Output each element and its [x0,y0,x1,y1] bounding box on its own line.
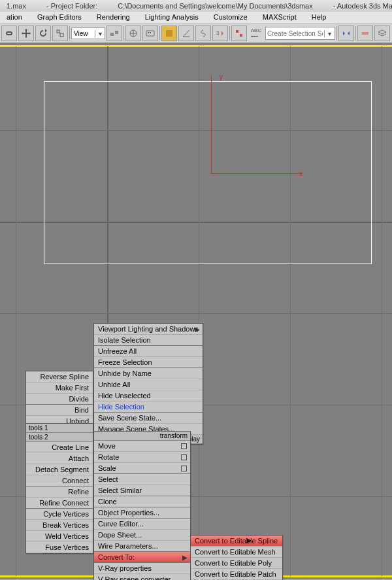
quad-top-right: Viewport Lighting and Shadows▶ Isolate S… [93,323,203,445]
quad-item-vray-properties[interactable]: V-Ray properties [94,563,190,574]
svg-rect-10 [236,30,238,33]
project-label: - Project Folder: [46,2,97,10]
submenu-item-editable-spline[interactable]: Convert to Editable Spline [191,536,282,547]
toolbar-separator [159,26,160,41]
select-manipulate-icon[interactable] [125,26,141,41]
quad-item-rotate[interactable]: Rotate [94,452,190,463]
reference-coord-dropdown[interactable]: View▾ [71,27,105,39]
quad-item-clone[interactable]: Clone [94,496,190,507]
svg-rect-6 [148,32,149,33]
submenu-item-editable-poly[interactable]: Convert to Editable Poly [191,558,282,569]
quad-item-select-similar[interactable]: Select Similar [94,485,190,496]
layer-icon[interactable] [374,26,390,41]
quad-item-detach-segment[interactable]: Detach Segment [26,464,93,475]
quad-item-isolate[interactable]: Isolate Selection [94,335,203,346]
menu-help[interactable]: Help [305,12,333,22]
toolbar-separator [123,26,124,41]
svg-rect-8 [166,30,172,37]
quad-item-attach[interactable]: Attach [26,453,93,464]
align-icon[interactable] [357,26,373,41]
quad-item-hide-selection[interactable]: Hide Selection [94,401,203,413]
svg-rect-0 [57,30,59,33]
quad-item-viewport-lighting[interactable]: Viewport Lighting and Shadows▶ [94,324,203,335]
angle-snap-icon[interactable] [178,26,194,41]
spinner-snap-icon[interactable]: 3 [212,26,228,41]
quad-bottom-right: transform Move Rotate Scale Select Selec… [93,431,191,580]
quad-item-unhide-by-name[interactable]: Unhide by Name [94,368,203,379]
selected-rectangle[interactable] [44,81,372,264]
axis-y-label: y [220,73,223,80]
quad-title-transform: transform [94,432,190,441]
toolbar-separator [336,26,337,41]
pivot-icon[interactable] [106,26,122,41]
percent-snap-icon[interactable] [195,26,211,41]
submenu-item-editable-mesh[interactable]: Convert to Editable Mesh [191,547,282,558]
quad-item-fuse-vertices[interactable]: Fuse Vertices [26,542,93,553]
quad-item-vray-scene-converter[interactable]: V-Ray scene converter [94,574,190,580]
quad-item-connect[interactable]: Connect [26,475,93,486]
quad-item-break-vertices[interactable]: Break Vertices [26,520,93,531]
scale-icon[interactable] [52,26,68,41]
quad-item-select[interactable]: Select [94,474,190,485]
quad-item-move[interactable]: Move [94,441,190,452]
menu-customize[interactable]: Customize [207,12,254,22]
link-icon[interactable] [1,26,17,41]
selection-set-dropdown[interactable]: ▾ [265,27,335,40]
title-bar: 1.max - Project Folder: C:\Documents and… [0,0,392,12]
quad-item-create-line[interactable]: Create Line [26,442,93,453]
quad-item-wire-parameters[interactable]: Wire Parameters... [94,541,190,552]
viewport-border-top [0,45,392,47]
quad-item-unfreeze-all[interactable]: Unfreeze All [94,346,203,357]
svg-rect-12 [362,32,368,35]
menu-bar: ation Graph Editors Rendering Lighting A… [0,12,392,24]
quad-item-weld-vertices[interactable]: Weld Vertices [26,531,93,542]
quad-item-scale[interactable]: Scale [94,463,190,474]
rotate-icon[interactable] [35,26,51,41]
menu-rendering[interactable]: Rendering [90,12,137,22]
quad-item-hide-unselected[interactable]: Hide Unselected [94,390,203,401]
menu-ation[interactable]: ation [0,12,29,22]
quad-item-dope-sheet[interactable]: Dope Sheet... [94,530,190,541]
quad-item-divide[interactable]: Divide [26,394,93,405]
svg-rect-3 [115,31,118,34]
svg-text:3: 3 [216,30,220,36]
quad-item-save-scene-state[interactable]: Save Scene State... [94,413,203,424]
toolbar-separator [69,26,70,41]
move-icon[interactable] [18,26,34,41]
mirror-icon[interactable] [338,26,354,41]
menu-maxscript[interactable]: MAXScript [256,12,303,22]
gizmo-x-axis[interactable] [211,173,302,174]
quad-item-convert-to[interactable]: Convert To:▶ [94,552,190,563]
quad-item-unhide-all[interactable]: Unhide All [94,379,203,390]
snap-toggle-icon[interactable] [161,26,177,41]
main-toolbar: View▾ 3 ABC⟵ ▾ [0,24,392,43]
dialog-icon [181,466,187,471]
quad-item-refine-connect[interactable]: Refine Connect [26,498,93,509]
named-sel-icon[interactable] [231,26,247,41]
grid-line [0,313,392,314]
quad-item-object-properties[interactable]: Object Properties... [94,507,190,519]
dialog-icon [181,443,187,449]
quad-item-reverse-spline[interactable]: Reverse Spline [26,371,93,383]
viewport[interactable]: y x Reverse Spline Make First Divide Bin… [0,43,392,579]
menu-graph-editors[interactable]: Graph Editors [31,12,88,22]
quad-item-cycle-vertices[interactable]: Cycle Vertices [26,509,93,520]
quad-item-bind[interactable]: Bind [26,405,93,416]
quad-item-curve-editor[interactable]: Curve Editor... [94,519,190,530]
abc-label: ABC⟵ [248,26,264,41]
submenu-item-editable-patch[interactable]: Convert to Editable Patch [191,569,282,580]
file-name: 1.max [7,2,26,10]
quad-item-freeze-selection[interactable]: Freeze Selection [94,357,203,368]
quad-item-refine[interactable]: Refine [26,486,93,498]
keyboard-shortcut-icon[interactable] [142,26,158,41]
quad-top-left: Reverse Spline Make First Divide Bind Un… [25,371,93,428]
quad-bottom-left: tools 1 tools 2 Create Line Attach Detac… [25,423,93,554]
selection-set-input[interactable] [266,29,324,38]
menu-lighting-analysis[interactable]: Lighting Analysis [139,12,205,22]
chevron-down-icon: ▾ [324,30,334,37]
svg-rect-11 [240,34,242,37]
quad-item-make-first[interactable]: Make First [26,383,93,394]
convert-to-submenu: Convert to Editable Spline Convert to Ed… [190,535,283,580]
gizmo-y-axis[interactable] [211,75,212,173]
toolbar-separator [355,26,356,41]
